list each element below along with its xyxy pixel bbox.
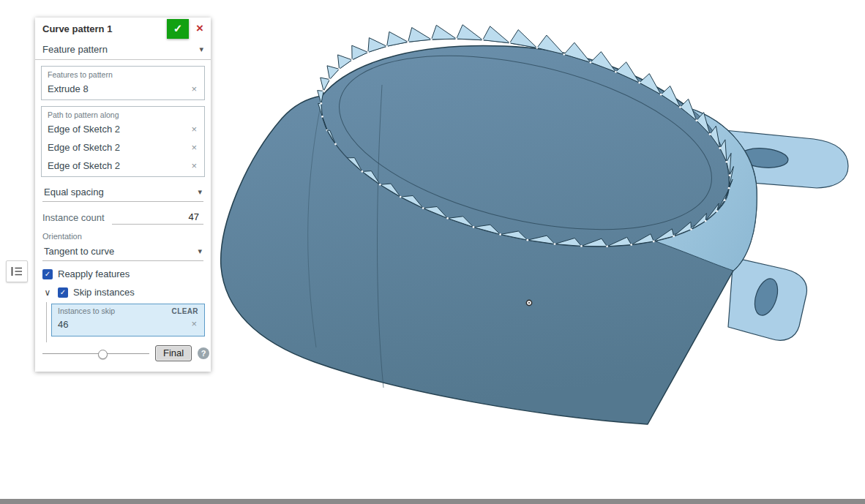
features-to-pattern-label: Features to pattern [48,70,198,79]
dialog-title: Curve pattern 1 [42,23,167,34]
instances-to-skip-box[interactable]: Instances to skip CLEAR 46 × [51,304,205,336]
3d-viewport[interactable] [212,7,856,446]
feature-list-toggle[interactable] [6,260,28,282]
remove-icon[interactable]: × [190,143,198,153]
accept-button[interactable]: ✓ [167,19,189,39]
spacing-value: Equal spacing [44,187,198,198]
help-icon[interactable]: ? [198,347,209,359]
pattern-type-select[interactable]: Feature pattern ▾ [35,40,211,60]
clear-button[interactable]: CLEAR [172,307,198,315]
reapply-features-checkbox[interactable]: ✓ [42,269,53,279]
path-item-row[interactable]: Edge of Sketch 2 × [48,138,198,157]
dialog-footer: Final ? [42,345,203,361]
caret-down-icon: ▾ [198,247,202,256]
path-item-row[interactable]: Edge of Sketch 2 × [48,120,198,138]
instance-count-input[interactable]: 47 [112,211,203,225]
spacing-select[interactable]: Equal spacing ▾ [42,183,203,202]
orientation-select[interactable]: Tangent to curve ▾ [42,242,203,261]
rollback-slider-handle[interactable] [98,350,108,359]
curve-pattern-dialog: Curve pattern 1 ✓ × Feature pattern ▾ Fe… [35,18,211,372]
bottom-status-bar [0,499,865,504]
rollback-slider[interactable] [42,349,149,358]
final-button[interactable]: Final [155,345,192,361]
instance-count-row: Instance count 47 [42,211,203,225]
feature-item-row[interactable]: Extrude 8 × [48,80,198,98]
path-item-name: Edge of Sketch 2 [48,160,190,171]
path-item-name: Edge of Sketch 2 [48,124,190,135]
remove-icon[interactable]: × [190,124,198,135]
feature-list-icon [11,266,23,277]
features-to-pattern-box[interactable]: Features to pattern Extrude 8 × [41,66,205,100]
skip-instances-row: ∨ ✓ Skip instances [42,287,203,298]
orientation-label: Orientation [42,232,203,241]
cancel-button[interactable]: × [189,19,211,39]
feature-item-name: Extrude 8 [48,83,190,94]
instances-to-skip-label: Instances to skip [58,306,172,315]
pattern-type-value: Feature pattern [42,44,199,55]
origin-marker[interactable] [526,300,531,305]
reapply-features-row: ✓ Reapply features [42,268,203,279]
reapply-features-label: Reapply features [58,268,130,279]
path-to-pattern-label: Path to pattern along [48,110,198,119]
skip-instances-label: Skip instances [73,287,135,298]
dialog-header: Curve pattern 1 ✓ × [35,18,211,40]
path-to-pattern-box[interactable]: Path to pattern along Edge of Sketch 2 ×… [41,106,205,177]
caret-down-icon: ▾ [198,187,202,197]
remove-icon[interactable]: × [190,84,198,94]
skip-instance-value: 46 [58,319,190,330]
skip-instances-section: Instances to skip CLEAR 46 × [46,302,205,342]
path-item-row[interactable]: Edge of Sketch 2 × [48,157,198,175]
tab-lower[interactable] [728,257,806,340]
chevron-down-icon[interactable]: ∨ [42,287,53,298]
remove-icon[interactable]: × [190,319,198,329]
skip-instances-checkbox[interactable]: ✓ [58,287,68,298]
orientation-value: Tangent to curve [44,246,198,257]
remove-icon[interactable]: × [190,161,198,171]
skip-instance-row[interactable]: 46 × [58,315,198,333]
instance-count-label: Instance count [42,212,105,223]
caret-down-icon: ▾ [199,45,203,54]
path-item-name: Edge of Sketch 2 [48,142,190,153]
